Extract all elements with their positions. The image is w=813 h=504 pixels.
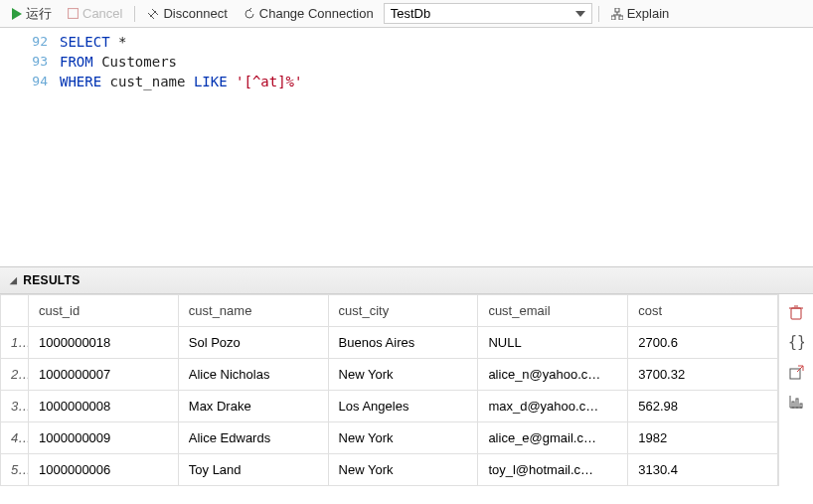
svg-marker-0 [12, 8, 22, 20]
cell[interactable]: Los Angeles [328, 391, 478, 422]
cell[interactable]: New York [328, 422, 478, 454]
explain-icon [611, 8, 623, 20]
column-header[interactable]: cust_city [328, 295, 478, 327]
svg-marker-2 [575, 11, 585, 17]
cell[interactable]: 3130.4 [628, 454, 778, 486]
chevron-down-icon [575, 11, 585, 17]
cell[interactable]: 1000000009 [29, 422, 179, 454]
cell[interactable]: 1000000008 [29, 391, 179, 422]
row-number: 2 [1, 359, 29, 391]
disconnect-button[interactable]: Disconnect [141, 4, 233, 23]
change-connection-button[interactable]: Change Connection [238, 4, 380, 23]
stop-icon [68, 8, 79, 19]
separator [134, 6, 135, 22]
line-number: 92 [0, 32, 60, 52]
collapse-icon: ◢ [10, 275, 17, 285]
change-connection-label: Change Connection [259, 6, 374, 21]
code-line: 94WHERE cust_name LIKE '[^at]%' [0, 72, 813, 91]
toolbar: 运行 Cancel Disconnect Change Connection T… [0, 0, 813, 28]
cell[interactable]: 1982 [628, 422, 778, 454]
run-button[interactable]: 运行 [6, 3, 58, 25]
cell[interactable]: toy_l@hotmail.c… [478, 454, 628, 486]
table-row[interactable]: 41000000009Alice EdwardsNew Yorkalice_e@… [1, 422, 778, 454]
svg-rect-17 [800, 404, 802, 408]
cell[interactable]: max_d@yahoo.c… [478, 391, 628, 422]
column-header[interactable]: cust_name [178, 295, 328, 327]
svg-rect-16 [796, 399, 798, 408]
code-line: 93FROM Customers [0, 52, 813, 72]
disconnect-icon [147, 8, 159, 20]
results-title: RESULTS [23, 273, 80, 287]
cell[interactable]: Max Drake [178, 391, 328, 422]
svg-text:{}: {} [788, 334, 804, 350]
results-header[interactable]: ◢ RESULTS [0, 267, 813, 294]
row-number: 4 [1, 422, 29, 454]
chart-icon[interactable] [788, 394, 804, 410]
separator [598, 6, 599, 22]
code-line: 92SELECT * [0, 32, 813, 52]
line-number: 94 [0, 72, 60, 91]
svg-rect-15 [792, 402, 794, 408]
cancel-button[interactable]: Cancel [62, 4, 128, 23]
results-side-toolbar: {} [779, 294, 813, 486]
play-icon [12, 8, 22, 20]
cell[interactable]: alice_n@yahoo.c… [478, 359, 628, 391]
explain-button[interactable]: Explain [605, 4, 676, 23]
cell[interactable]: New York [328, 359, 478, 391]
results-panel: ◢ RESULTS cust_idcust_namecust_citycust_… [0, 266, 813, 486]
row-number: 3 [1, 391, 29, 422]
column-header[interactable]: cost [628, 295, 778, 327]
row-number: 1 [1, 327, 29, 359]
cell[interactable]: alice_e@gmail.c… [478, 422, 628, 454]
refresh-icon [244, 8, 255, 20]
cell[interactable]: Buenos Aires [328, 327, 478, 359]
row-number-header [1, 295, 29, 327]
cell[interactable]: 562.98 [628, 391, 778, 422]
table-row[interactable]: 51000000006Toy LandNew Yorktoy_l@hotmail… [1, 454, 778, 486]
code-content[interactable]: WHERE cust_name LIKE '[^at]%' [60, 72, 302, 91]
column-header[interactable]: cust_email [478, 295, 628, 327]
results-grid[interactable]: cust_idcust_namecust_citycust_emailcost1… [0, 294, 779, 486]
svg-rect-7 [619, 16, 623, 20]
svg-rect-6 [611, 16, 615, 20]
table-row[interactable]: 11000000018Sol PozoBuenos AiresNULL2700.… [1, 327, 778, 359]
cell[interactable]: NULL [478, 327, 628, 359]
svg-rect-3 [615, 8, 619, 12]
svg-rect-8 [791, 308, 801, 319]
row-number: 5 [1, 454, 29, 486]
table-row[interactable]: 21000000007Alice NicholasNew Yorkalice_n… [1, 359, 778, 391]
cell[interactable]: 3700.32 [628, 359, 778, 391]
sql-editor[interactable]: 92SELECT *93FROM Customers94WHERE cust_n… [0, 28, 813, 266]
json-braces-icon[interactable]: {} [788, 334, 804, 350]
cell[interactable]: 1000000018 [29, 327, 179, 359]
code-content[interactable]: SELECT * [60, 32, 126, 52]
cell[interactable]: New York [328, 454, 478, 486]
column-header[interactable]: cust_id [29, 295, 179, 327]
cell[interactable]: Alice Nicholas [178, 359, 328, 391]
cancel-label: Cancel [82, 6, 122, 21]
cell[interactable]: Alice Edwards [178, 422, 328, 454]
database-name: TestDb [391, 6, 430, 21]
export-icon[interactable] [788, 364, 804, 380]
svg-rect-1 [69, 9, 79, 19]
cell[interactable]: 1000000007 [29, 359, 179, 391]
cell[interactable]: 2700.6 [628, 327, 778, 359]
line-number: 93 [0, 52, 60, 72]
cell[interactable]: Sol Pozo [178, 327, 328, 359]
cell[interactable]: Toy Land [178, 454, 328, 486]
disconnect-label: Disconnect [163, 6, 227, 21]
cell[interactable]: 1000000006 [29, 454, 179, 486]
code-content[interactable]: FROM Customers [60, 52, 177, 72]
database-select[interactable]: TestDb [384, 3, 592, 24]
trash-icon[interactable] [788, 304, 804, 320]
explain-label: Explain [627, 6, 670, 21]
run-label: 运行 [26, 5, 52, 23]
table-row[interactable]: 31000000008Max DrakeLos Angelesmax_d@yah… [1, 391, 778, 422]
